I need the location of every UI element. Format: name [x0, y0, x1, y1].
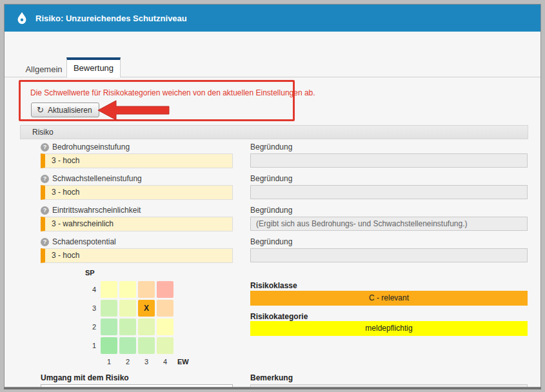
app-logo-icon — [15, 11, 29, 25]
tab-bewertung[interactable]: Bewertung — [66, 57, 121, 77]
window-title: Risiko: Unzureichendes Schutzniveau — [35, 14, 187, 23]
schwachstelleneinstufung-value[interactable]: 3 - hoch — [41, 185, 233, 200]
threshold-alert-box: Die Schwellwerte für Risikokategorien we… — [19, 80, 295, 121]
bemerkung-label: Bemerkung — [250, 373, 293, 382]
help-icon[interactable]: ? — [41, 143, 49, 152]
begruendung-label-1: Begründung — [250, 142, 292, 152]
begruendung-input-1[interactable] — [250, 153, 528, 168]
red-arrow-annotation-icon — [97, 99, 170, 122]
matrix-cell-sp4-ew1[interactable] — [101, 281, 117, 298]
field-label-eintrittswahrscheinlichkeit: Eintrittswahrscheinlichkeit — [52, 206, 141, 215]
begruendung-label-4: Begründung — [250, 237, 292, 246]
matrix-cell-sp4-ew2[interactable] — [119, 281, 136, 298]
begruendung-input-2[interactable] — [250, 185, 528, 199]
risk-editor-window: Risiko: Unzureichendes Schutzniveau Allg… — [4, 4, 541, 387]
risk-matrix-grid: X — [101, 281, 173, 354]
matrix-ew-axis-label: EW — [177, 358, 189, 366]
matrix-cell-sp3-ew3[interactable]: X — [138, 300, 155, 317]
field-label-schadenspotential: Schadenspotential — [52, 237, 116, 246]
matrix-cell-sp1-ew2[interactable] — [119, 337, 136, 354]
matrix-col-label-1: 1 — [101, 358, 117, 366]
matrix-col-label-2: 2 — [119, 358, 136, 366]
matrix-x-labels: 1234 — [101, 358, 173, 367]
matrix-cell-sp4-ew3[interactable] — [138, 281, 155, 298]
matrix-sp-axis-label: SP — [85, 269, 95, 277]
matrix-row-label-4: 4 — [87, 281, 96, 298]
title-bar: Risiko: Unzureichendes Schutzniveau — [5, 5, 540, 32]
matrix-col-label-4: 4 — [157, 358, 173, 366]
help-icon[interactable]: ? — [41, 206, 49, 215]
begruendung-input-3[interactable]: (Ergibt sich aus Bedrohungs- und Schwach… — [250, 217, 528, 231]
matrix-cell-sp1-ew4[interactable] — [157, 337, 173, 354]
matrix-row-label-2: 2 — [87, 318, 96, 335]
matrix-cell-sp1-ew3[interactable] — [138, 337, 155, 354]
matrix-cell-sp2-ew2[interactable] — [119, 318, 136, 335]
risk-category-bar: meldepflichtig — [250, 321, 528, 336]
begruendung-label-2: Begründung — [250, 174, 292, 183]
risikoklasse-label: Risikoklasse — [250, 281, 297, 290]
matrix-y-labels: 4321 — [87, 281, 96, 354]
aktualisieren-button[interactable]: ↻ Aktualisieren — [31, 103, 99, 117]
handling-select[interactable] — [41, 384, 233, 387]
refresh-icon: ↻ — [37, 106, 44, 114]
matrix-cell-sp3-ew4[interactable] — [157, 300, 173, 317]
matrix-cell-sp1-ew1[interactable] — [101, 337, 117, 354]
section-risiko-header: Risiko — [20, 125, 528, 139]
field-label-schwachstelleneinstufung: Schwachstelleneinstufung — [52, 174, 142, 183]
matrix-cell-sp2-ew3[interactable] — [138, 318, 155, 335]
matrix-cell-sp2-ew4[interactable] — [157, 318, 173, 335]
matrix-cell-sp3-ew1[interactable] — [101, 300, 117, 317]
bemerkung-input[interactable] — [250, 384, 528, 387]
matrix-cell-sp4-ew4[interactable] — [157, 281, 173, 298]
tab-allgemein[interactable]: Allgemein — [23, 63, 65, 77]
help-icon[interactable]: ? — [41, 175, 49, 183]
umgang-mit-dem-risiko-label: Umgang mit dem Risiko — [41, 373, 129, 382]
begruendung-label-3: Begründung — [250, 206, 292, 215]
eintrittswahrscheinlichkeit-value[interactable]: 3 - wahrscheinlich — [41, 217, 233, 231]
aktualisieren-button-label: Aktualisieren — [48, 106, 92, 115]
help-icon[interactable]: ? — [41, 238, 49, 246]
matrix-row-label-1: 1 — [87, 337, 96, 354]
bedrohungseinstufung-value[interactable]: 3 - hoch — [41, 153, 233, 168]
threshold-alert-message: Die Schwellwerte für Risikokategorien we… — [30, 88, 315, 97]
matrix-cell-sp3-ew2[interactable] — [119, 300, 136, 317]
matrix-row-label-3: 3 — [87, 300, 96, 317]
matrix-cell-sp2-ew1[interactable] — [101, 318, 117, 335]
schadenspotential-value[interactable]: 3 - hoch — [41, 248, 233, 263]
risk-class-bar: C - relevant — [250, 291, 528, 306]
begruendung-input-4[interactable] — [250, 248, 528, 262]
field-label-bedrohungseinstufung: Bedrohungseinstufung — [52, 142, 130, 152]
risikokategorie-label: Risikokategorie — [250, 312, 308, 321]
matrix-col-label-3: 3 — [138, 358, 155, 366]
